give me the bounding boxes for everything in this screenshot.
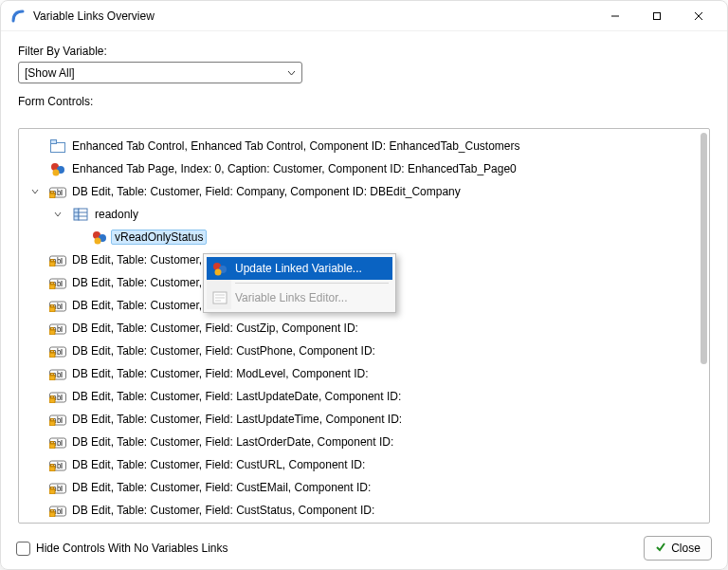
context-menu-item-variable-links-editor[interactable]: Variable Links Editor... [207,286,392,309]
chevron-down-icon [287,67,296,78]
property-icon [72,206,89,223]
tree-item-label: Enhanced Tab Page, Index: 0, Caption: Cu… [72,162,517,175]
svg-rect-1 [654,12,661,19]
check-icon [655,542,666,556]
svg-point-8 [53,170,60,176]
window-title: Variable Links Overview [33,9,155,23]
hide-controls-checkbox[interactable] [16,542,30,556]
tab-control-icon [49,138,66,155]
variable-icon [211,260,228,277]
tree-row[interactable]: ab DB Edit, Table: Customer, Field: Last… [23,408,705,431]
tree-item-label: DB Edit, Table: Customer, F [72,276,212,289]
component-icon [49,522,66,523]
tree-item-label: DB Edit, Table: Customer, Field: ModLeve… [72,367,369,380]
tree-item-label: DB Edit, Table: Customer, Field: LastUpd… [72,390,401,403]
tree-item-label: DB Edit, Table: Customer, Field: Company… [72,185,461,198]
db-edit-icon: ab [49,320,66,337]
tree-expander-open[interactable] [51,208,64,221]
db-edit-icon: ab [49,502,66,519]
context-menu-label: Update Linked Variable... [235,262,362,275]
filter-combobox[interactable]: [Show All] [18,62,302,83]
db-edit-icon: ab [49,479,66,496]
context-menu: Update Linked Variable... Variable Links… [203,253,396,313]
tree-item-label: DB Edit, Table: Customer, F [72,253,212,267]
tree-row[interactable]: ab DB Edit, Table: Customer, Field: Cust… [23,476,705,499]
db-edit-icon: ab [49,183,66,200]
form-controls-tree[interactable]: Enhanced Tab Control, Enhanced Tab Contr… [18,128,710,524]
window-close-button[interactable] [678,3,719,29]
tree-row[interactable]: ab DB Edit, Table: Customer, Field: Cust… [23,453,705,476]
svg-point-20 [95,238,101,245]
db-edit-icon: ab [49,433,66,450]
tree-row[interactable]: Enhanced Tab Page, Index: 0, Caption: Cu… [23,157,705,180]
db-edit-icon: ab [49,365,66,382]
tree-item-label: DB Edit, Table: Customer, Field: CustEMa… [72,481,371,494]
tree-row[interactable]: ab DB Edit, Table: Customer, Field: Last… [23,385,705,408]
tree-row[interactable]: readonly [23,203,705,226]
db-edit-icon: ab [49,297,66,314]
variable-icon [91,229,108,246]
tree-row[interactable]: ab DB Edit, Table: Customer, Field: Comp… [23,180,705,203]
tree-row-selected[interactable]: vReadOnlyStatus [23,226,705,248]
hide-controls-label: Hide Controls With No Variables Links [36,542,228,555]
app-icon [10,9,26,24]
tree-row[interactable]: ab DB Edit, Table: Customer, Field: Last… [23,431,705,453]
form-controls-label: Form Controls: [18,95,710,108]
tree-row[interactable]: ab DB Edit, Table: Customer, Field: Cust… [23,317,705,340]
tree-item-label: DB Edit, Table: Customer, Field: LastOrd… [72,435,393,449]
scrollbar-thumb[interactable] [701,133,707,364]
tree-expander-open[interactable] [28,185,42,198]
filter-label: Filter By Variable: [18,45,710,58]
db-edit-icon: ab [49,456,66,473]
tree-item-label: vReadOnlyStatus [111,230,207,245]
filter-value: [Show All] [25,66,75,80]
db-edit-icon: ab [49,342,66,359]
tree-scroll-area: Enhanced Tab Control, Enhanced Tab Contr… [19,129,709,523]
tree-item-label: DB Edit, Table: Customer, Field: CustPho… [72,344,375,358]
tree-item-label: DB Edit, Table: Customer, Field: LastUpd… [72,413,402,426]
tree-item-label: DB Edit, Table: Customer, Field: CustSta… [72,504,374,517]
tree-item-label: DB Edit, Table: Customer, Field: CustURL… [72,458,365,471]
db-edit-icon: ab [49,251,66,268]
tree-item-label: readonly [95,208,138,221]
tree-item-label: Enhanced Tab Control, Enhanced Tab Contr… [72,139,520,153]
svg-rect-15 [79,209,87,220]
titlebar: Variable Links Overview [1,1,727,31]
tree-row[interactable]: ab DB Edit, Table: Customer, Field: ModL… [23,362,705,385]
svg-point-84 [215,269,222,276]
db-edit-icon: ab [49,388,66,405]
tree-row[interactable]: ab DB Edit, Table: Customer, Field: Cust… [23,499,705,522]
svg-rect-14 [74,209,79,220]
tree-row[interactable]: ab DB Edit, Table: Customer, Field: Cust… [23,340,705,362]
window-maximize-button[interactable] [636,3,678,29]
dialog-footer: Hide Controls With No Variables Links Cl… [1,527,727,569]
tree-scrollbar[interactable] [701,133,707,519]
editor-icon [211,289,228,306]
window-minimize-button[interactable] [594,3,636,29]
db-edit-icon: ab [49,274,66,291]
tree-row[interactable] [23,522,705,523]
close-button-label: Close [671,542,701,555]
svg-rect-5 [51,140,57,144]
context-menu-item-update-linked-variable[interactable]: Update Linked Variable... [207,257,392,280]
tab-page-icon [49,160,66,177]
context-menu-label: Variable Links Editor... [235,291,348,304]
db-edit-icon: ab [49,411,66,428]
tree-item-label: DB Edit, Table: Customer, Field: CustZip… [72,322,358,335]
dialog-content: Filter By Variable: [Show All] Form Cont… [1,31,727,527]
context-menu-separator [235,283,389,284]
close-button[interactable]: Close [644,536,712,561]
tree-row[interactable]: Enhanced Tab Control, Enhanced Tab Contr… [23,135,705,157]
